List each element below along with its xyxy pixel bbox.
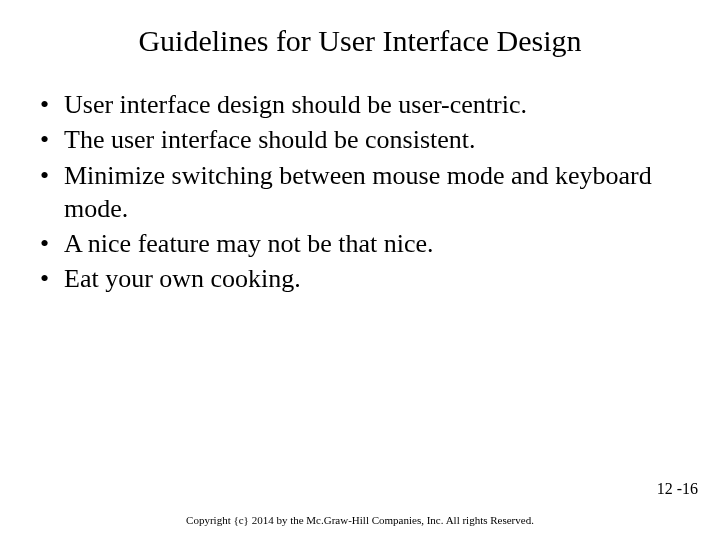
list-item: The user interface should be consistent.	[36, 123, 684, 156]
list-item: Eat your own cooking.	[36, 262, 684, 295]
slide: Guidelines for User Interface Design Use…	[0, 0, 720, 540]
list-item: Minimize switching between mouse mode an…	[36, 159, 684, 226]
slide-body: User interface design should be user-cen…	[36, 88, 684, 298]
page-number: 12 -16	[657, 480, 698, 498]
list-item: User interface design should be user-cen…	[36, 88, 684, 121]
list-item: A nice feature may not be that nice.	[36, 227, 684, 260]
bullet-list: User interface design should be user-cen…	[36, 88, 684, 296]
copyright-notice: Copyright {c} 2014 by the Mc.Graw-Hill C…	[0, 514, 720, 526]
slide-title: Guidelines for User Interface Design	[0, 24, 720, 58]
